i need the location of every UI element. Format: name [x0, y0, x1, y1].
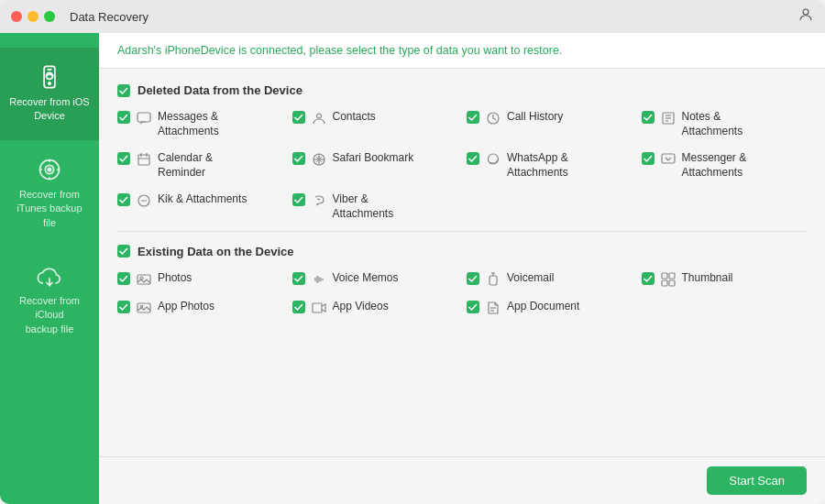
callhistory-icon — [486, 111, 500, 126]
svg-rect-25 — [138, 155, 149, 165]
svg-point-16 — [316, 114, 321, 118]
label-messenger: Messenger &Attachments — [682, 151, 747, 180]
item-voicememos: Voice Memos — [292, 271, 458, 287]
title-bar: Data Recovery — [0, 0, 825, 33]
svg-rect-13 — [118, 112, 130, 124]
item-appdoc: App Document — [467, 300, 632, 315]
check-contacts[interactable] — [292, 111, 305, 124]
svg-rect-35 — [642, 153, 654, 165]
svg-rect-12 — [118, 84, 130, 96]
label-appvideos: App Videos — [333, 300, 389, 314]
voicemail-icon — [486, 272, 500, 287]
thumbnail-icon — [661, 272, 676, 287]
svg-point-7 — [48, 168, 51, 171]
svg-rect-65 — [292, 301, 304, 312]
check-notes[interactable] — [642, 111, 654, 124]
notes-icon — [661, 111, 676, 126]
item-calendar: Calendar &Reminder — [117, 151, 283, 180]
svg-rect-45 — [292, 272, 304, 284]
section-existing-header: Existing Data on the Device — [117, 245, 807, 258]
item-kik: Kik & Attachments — [117, 192, 283, 221]
label-appdoc: App Document — [507, 300, 579, 314]
calendar-icon — [137, 152, 151, 167]
label-contacts: Contacts — [333, 110, 376, 125]
check-callhistory[interactable] — [467, 111, 479, 124]
window-title: Data Recovery — [70, 10, 148, 24]
svg-rect-42 — [118, 272, 130, 284]
check-calendar[interactable] — [117, 152, 130, 165]
svg-rect-63 — [138, 303, 150, 312]
close-button[interactable] — [11, 11, 22, 22]
sidebar-item-icloud[interactable]: Recover from iCloud backup file — [0, 247, 99, 353]
content-area: Deleted Data from the Device Messages &A… — [99, 69, 825, 456]
svg-rect-33 — [468, 153, 479, 165]
section-existing-title: Existing Data on the Device — [138, 245, 294, 258]
divider-1 — [117, 231, 807, 232]
viber-icon — [312, 193, 326, 208]
check-voicemail[interactable] — [467, 272, 479, 285]
svg-rect-61 — [669, 280, 675, 286]
existing-check-icon[interactable] — [117, 245, 130, 257]
label-messages: Messages &Attachments — [158, 110, 219, 138]
traffic-lights — [11, 11, 55, 22]
svg-rect-40 — [292, 194, 304, 206]
notice-bar: Adarsh's iPhoneDevice is connected, plea… — [99, 33, 825, 69]
check-kik[interactable] — [117, 193, 130, 206]
label-callhistory: Call History — [507, 110, 563, 125]
svg-rect-57 — [642, 272, 654, 284]
check-photos[interactable] — [117, 272, 130, 285]
item-whatsapp: WhatsApp &Attachments — [467, 151, 632, 180]
svg-rect-54 — [490, 276, 497, 285]
appphotos-icon — [137, 301, 151, 315]
svg-rect-53 — [468, 272, 479, 284]
safari-icon — [312, 152, 326, 167]
check-messenger[interactable] — [642, 152, 654, 165]
label-whatsapp: WhatsApp &Attachments — [507, 151, 568, 180]
sidebar-item-itunes[interactable]: Recover from iTunes backup file — [0, 140, 99, 247]
deleted-check-icon[interactable] — [117, 84, 130, 97]
svg-rect-29 — [292, 153, 304, 165]
start-scan-button[interactable]: Start Scan — [707, 466, 807, 495]
item-thumbnail: Thumbnail — [642, 271, 808, 287]
label-safari: Safari Bookmark — [333, 151, 414, 166]
item-safari: Safari Bookmark — [292, 151, 458, 180]
photos-icon — [137, 272, 151, 287]
svg-rect-24 — [118, 153, 130, 165]
check-messages[interactable] — [117, 111, 130, 124]
item-messenger: Messenger &Attachments — [642, 151, 808, 180]
svg-rect-62 — [118, 301, 130, 312]
item-appvideos: App Videos — [292, 300, 458, 315]
section-deleted-header: Deleted Data from the Device — [117, 83, 807, 97]
svg-rect-41 — [118, 246, 130, 257]
sidebar-item-ios[interactable]: Recover from iOS Device — [0, 48, 99, 140]
existing-items-grid: Photos — [117, 271, 807, 315]
check-voicememos[interactable] — [292, 272, 305, 285]
label-kik: Kik & Attachments — [158, 192, 247, 207]
contacts-icon — [312, 111, 326, 126]
title-bar-right — [798, 6, 814, 27]
check-appphotos[interactable] — [117, 301, 130, 313]
bottom-bar: Start Scan — [99, 456, 825, 504]
maximize-button[interactable] — [44, 11, 55, 22]
svg-point-2 — [49, 82, 50, 84]
check-safari[interactable] — [292, 152, 305, 165]
minimize-button[interactable] — [28, 11, 38, 22]
svg-rect-60 — [662, 280, 667, 286]
item-appphotos: App Photos — [117, 300, 283, 315]
check-viber[interactable] — [292, 193, 305, 206]
check-whatsapp[interactable] — [467, 152, 479, 165]
check-appvideos[interactable] — [292, 301, 305, 313]
check-appdoc[interactable] — [467, 301, 479, 313]
item-notes: Notes &Attachments — [642, 110, 808, 138]
svg-point-0 — [803, 9, 808, 15]
check-thumbnail[interactable] — [642, 272, 654, 285]
svg-rect-37 — [118, 194, 130, 206]
voicememo-icon — [312, 272, 326, 287]
app-body: Recover from iOS Device Recover from iTu… — [0, 33, 825, 504]
label-photos: Photos — [158, 271, 192, 286]
sidebar-label-icloud: Recover from iCloud backup file — [19, 294, 80, 336]
whatsapp-icon — [486, 152, 500, 167]
message-icon — [137, 111, 151, 126]
svg-rect-66 — [313, 303, 322, 312]
svg-rect-15 — [292, 112, 304, 124]
